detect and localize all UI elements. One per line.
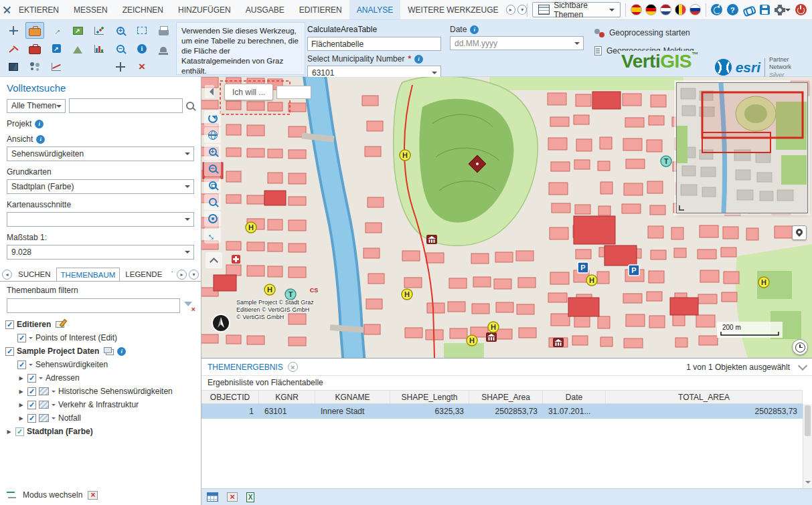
map-tool-zoom-out-button[interactable] bbox=[204, 161, 221, 177]
expand-icon[interactable]: ▶ bbox=[17, 415, 25, 421]
tool-pan[interactable] bbox=[111, 58, 130, 75]
layer-checkbox[interactable]: ✓ bbox=[27, 401, 36, 409]
sidebar-collapse-button[interactable] bbox=[205, 85, 214, 98]
column-header-kgnr[interactable]: KGNR bbox=[259, 391, 315, 403]
info-icon[interactable]: i bbox=[414, 55, 423, 64]
layer-checkbox[interactable]: ✓ bbox=[5, 347, 14, 356]
tool-measure[interactable] bbox=[4, 22, 23, 39]
column-header-shape-area[interactable]: SHAPE_Area bbox=[469, 391, 543, 403]
scale-select[interactable]: 9.028 bbox=[7, 245, 194, 260]
collapse-results-icon[interactable] bbox=[798, 361, 807, 371]
tool-polyline[interactable] bbox=[4, 40, 23, 57]
search-scope-select[interactable]: Alle Themen bbox=[7, 99, 66, 113]
column-header-shape-length[interactable]: SHAPE_Length bbox=[390, 391, 469, 403]
tree-item-editieren[interactable]: ✓Editieren bbox=[3, 318, 198, 331]
clear-results-icon[interactable] bbox=[227, 492, 238, 502]
expand-icon[interactable]: ▶ bbox=[5, 429, 13, 435]
i-will-input[interactable] bbox=[276, 86, 311, 99]
tab-messen[interactable]: MESSEN bbox=[66, 0, 115, 19]
map-tool-zoom-last-button[interactable] bbox=[204, 194, 221, 210]
tool-export-arrow[interactable] bbox=[47, 22, 66, 39]
map-history-button[interactable] bbox=[792, 339, 808, 355]
map-tool-globe-button[interactable] bbox=[204, 127, 221, 143]
link-icon[interactable] bbox=[742, 4, 756, 15]
layer-checkbox[interactable]: ✓ bbox=[27, 387, 36, 396]
tabs-menu-button[interactable]: ▾ bbox=[189, 270, 199, 280]
tool-stamp[interactable] bbox=[154, 40, 173, 57]
layer-menu-caret[interactable] bbox=[52, 391, 56, 395]
layer-checkbox[interactable]: ✓ bbox=[17, 361, 26, 369]
layer-checkbox[interactable]: ✓ bbox=[27, 374, 36, 383]
column-header-objectid[interactable]: OBJECTID bbox=[201, 391, 259, 403]
tool-scatter-chart[interactable] bbox=[90, 22, 108, 39]
results-tab[interactable]: THEMENERGEBNIS bbox=[208, 363, 283, 372]
geoprocessing-start-button[interactable]: Geoprocessing starten bbox=[594, 28, 694, 37]
expand-icon[interactable]: ▶ bbox=[17, 375, 25, 381]
settings-button[interactable] bbox=[775, 5, 791, 15]
results-scrollbar[interactable] bbox=[803, 404, 812, 488]
visible-themes-button[interactable]: Sichtbare Themen bbox=[532, 2, 621, 17]
tree-item-points-of-interest-edit[interactable]: ✓Points of Interest (Edit) bbox=[3, 331, 198, 344]
tab-weitere-werkzeuge[interactable]: WEITERE WERKZEUGE bbox=[400, 0, 505, 19]
layer-menu-caret[interactable] bbox=[29, 337, 33, 341]
tool-toolbox-red[interactable] bbox=[25, 40, 44, 57]
map-toolbar-scroll-up-button[interactable] bbox=[206, 252, 222, 268]
tab-zeichnen[interactable]: ZEICHNEN bbox=[115, 0, 171, 19]
sidebar-tab-legende[interactable]: LEGENDE bbox=[121, 268, 166, 281]
tool-people[interactable] bbox=[25, 58, 44, 75]
map-tool-center-button[interactable] bbox=[204, 211, 221, 227]
tree-item-historische-sehensw-rdigkeiten[interactable]: ▶✓Historische Sehenswürdigkeiten bbox=[3, 385, 198, 398]
tree-item-sehensw-rdigkeiten[interactable]: ✓Sehenswürdigkeiten bbox=[3, 358, 198, 371]
logout-icon[interactable] bbox=[795, 4, 807, 15]
tool-toolbox-orange[interactable] bbox=[25, 22, 44, 39]
overview-map[interactable] bbox=[676, 82, 808, 213]
tool-share[interactable] bbox=[47, 40, 66, 57]
tab-editieren[interactable]: EDITIEREN bbox=[292, 0, 349, 19]
map-tool-zoom-in-button[interactable] bbox=[204, 144, 221, 160]
ribbon-expand-button[interactable]: ▾ bbox=[517, 5, 527, 15]
info-icon[interactable]: i bbox=[117, 347, 126, 356]
flag-germany-icon[interactable] bbox=[645, 4, 657, 15]
layer-checkbox[interactable]: ✓ bbox=[15, 427, 24, 436]
map[interactable]: CS H H H H H H H H T T bbox=[201, 77, 812, 488]
search-icon[interactable] bbox=[186, 102, 194, 110]
layer-menu-caret[interactable] bbox=[52, 417, 56, 421]
tree-item-notfall[interactable]: ▶✓Notfall bbox=[3, 411, 198, 425]
sidebar-tab-suchen[interactable]: SUCHEN bbox=[14, 268, 55, 281]
tool-terrain[interactable] bbox=[68, 40, 87, 57]
tab-ausgabe[interactable]: AUSGABE bbox=[238, 0, 292, 19]
layer-menu-caret[interactable] bbox=[39, 377, 43, 381]
result-table-icon[interactable] bbox=[207, 492, 218, 502]
tool-image-export[interactable] bbox=[68, 22, 87, 39]
flag-belgium-icon[interactable] bbox=[675, 4, 686, 15]
tool-print[interactable] bbox=[154, 22, 173, 39]
tool-zoom-out[interactable] bbox=[111, 40, 130, 57]
i-will-button[interactable]: Ich will ... bbox=[224, 84, 273, 100]
overview-resize-handle[interactable] bbox=[679, 205, 684, 211]
scrollbar-thumb[interactable] bbox=[805, 405, 811, 436]
flag-russia-icon[interactable] bbox=[689, 4, 701, 15]
info-icon[interactable]: i bbox=[36, 135, 45, 144]
flag-spain-icon[interactable] bbox=[631, 4, 642, 15]
expand-icon[interactable]: ▶ bbox=[17, 389, 25, 395]
tool-zoom-in[interactable] bbox=[111, 22, 130, 39]
ribbon-scroll-next-button[interactable]: ▸ bbox=[506, 5, 515, 15]
layer-checkbox[interactable]: ✓ bbox=[27, 414, 36, 423]
map-tool-extent-button[interactable] bbox=[204, 227, 221, 243]
flag-netherlands-icon[interactable] bbox=[660, 4, 671, 15]
tabs-scroll-left-button[interactable]: ◂ bbox=[2, 270, 12, 280]
sidebar-tab-themenbaum[interactable]: THEMENBAUM bbox=[56, 268, 120, 281]
tree-item-adressen[interactable]: ▶✓Adressen bbox=[3, 371, 198, 385]
close-results-icon[interactable] bbox=[288, 362, 298, 372]
tool-line-chart[interactable] bbox=[47, 58, 66, 75]
table-name-input[interactable] bbox=[307, 37, 441, 51]
save-icon[interactable] bbox=[760, 5, 770, 15]
tool-info[interactable] bbox=[133, 40, 151, 57]
expand-icon[interactable]: ▶ bbox=[17, 402, 25, 408]
tab-ektieren[interactable]: EKTIEREN bbox=[11, 0, 66, 19]
tabs-scroll-right-button[interactable]: ▸ bbox=[177, 270, 187, 280]
close-mode-icon[interactable] bbox=[88, 491, 98, 500]
sidebar-tab-them[interactable]: THEM bbox=[167, 268, 173, 281]
info-icon[interactable]: i bbox=[470, 25, 479, 34]
tool-select-rectangle[interactable] bbox=[133, 22, 151, 39]
